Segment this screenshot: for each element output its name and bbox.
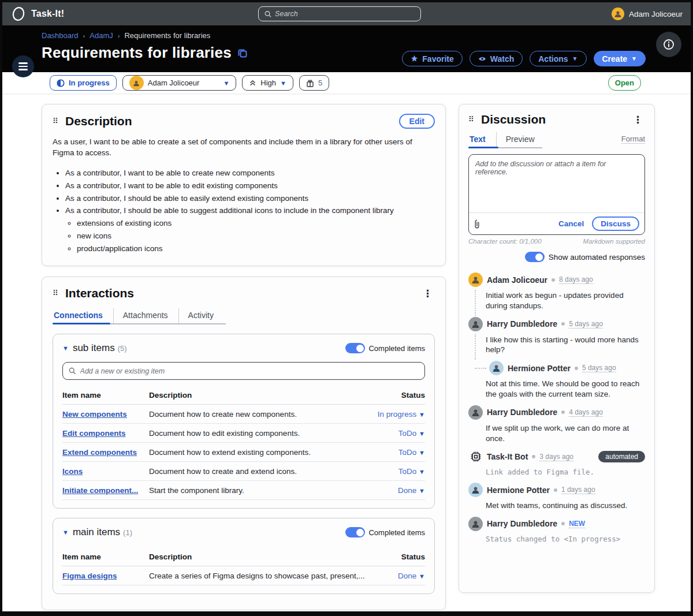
global-search[interactable] — [258, 6, 421, 21]
item-description: Document how to edit existing components… — [149, 429, 360, 438]
description-sub-bullet: new icons — [77, 231, 435, 242]
item-link[interactable]: Figma designs — [62, 572, 117, 580]
actions-label: Actions — [538, 54, 568, 64]
completed-items-toggle[interactable] — [345, 527, 365, 537]
col-description: Description — [149, 391, 360, 400]
comment-reply: Hermione Potter 5 days ago Not at this t… — [468, 356, 645, 401]
menu-button[interactable] — [12, 55, 34, 77]
comment-input[interactable] — [469, 155, 644, 210]
interactions-tabs: Connections Attachments Activity — [53, 308, 435, 324]
search-input[interactable] — [275, 10, 415, 18]
info-button[interactable] — [656, 32, 681, 57]
discuss-button[interactable]: Discuss — [592, 216, 639, 231]
col-status: Status — [360, 552, 425, 561]
discussion-title: Discussion — [481, 113, 546, 126]
info-icon — [663, 39, 675, 50]
star-icon — [411, 55, 418, 62]
description-bullet: As a contributor, I should be able to ea… — [65, 193, 435, 204]
automated-badge: automated — [598, 451, 645, 462]
attachment-icon[interactable] — [474, 219, 480, 229]
edit-button[interactable]: Edit — [399, 114, 435, 129]
drag-handle-icon[interactable]: ⠿ — [468, 117, 475, 122]
description-bullet: As a contributor, I want to be able to c… — [65, 168, 435, 179]
col-item-name: Item name — [62, 552, 149, 561]
item-status-dropdown[interactable]: ToDo ▼ — [360, 429, 425, 438]
item-status-dropdown[interactable]: ToDo ▼ — [360, 467, 425, 476]
comment-body: Met with teams, continuing as discussed. — [486, 501, 645, 511]
item-link[interactable]: New components — [62, 410, 127, 419]
watch-button[interactable]: Watch — [470, 51, 523, 66]
item-status-dropdown[interactable]: Done ▼ — [380, 572, 425, 580]
copy-icon[interactable] — [237, 48, 248, 58]
eye-icon — [478, 55, 486, 62]
item-status-dropdown[interactable]: Done ▼ — [360, 486, 425, 495]
user-menu[interactable]: Adam Jolicoeur — [612, 8, 683, 20]
comment-date[interactable]: 4 days ago — [569, 408, 603, 417]
comment-body: I like how this is starting - would more… — [486, 335, 645, 356]
format-link[interactable]: Format — [621, 135, 645, 144]
comment-date[interactable]: 3 days ago — [539, 453, 573, 461]
user-name: Adam Jolicoeur — [629, 10, 683, 18]
item-description: Document how to create and extend icons. — [149, 467, 360, 476]
points-chip[interactable]: 5 — [299, 75, 329, 91]
comment-author: Harry Dumbledore — [487, 519, 557, 528]
comment-bot: Task-It Bot 3 days ago automated Link ad… — [468, 445, 645, 479]
description-sub-bullet: extensions of existing icons — [77, 218, 435, 229]
page-header: Dashboard › AdamJ › Requirements for lib… — [2, 25, 691, 72]
cancel-button[interactable]: Cancel — [558, 219, 584, 228]
app-logo[interactable]: Task-It! — [12, 6, 64, 21]
item-link[interactable]: Icons — [62, 467, 83, 476]
priority-dropdown[interactable]: High ▼ — [242, 75, 293, 91]
open-state-badge[interactable]: Open — [608, 75, 641, 91]
tab-connections[interactable]: Connections — [53, 308, 113, 324]
drag-handle-icon[interactable]: ⠿ — [53, 118, 59, 124]
create-button[interactable]: Create ▼ — [594, 51, 646, 66]
sub-items-panel: ▼ sub items (5) Completed items — [53, 334, 435, 509]
comment-date[interactable]: 5 days ago — [569, 320, 603, 328]
item-link[interactable]: Initiate component... — [62, 486, 138, 495]
comment-date-new[interactable]: NEW — [569, 520, 585, 528]
avatar — [468, 317, 483, 331]
actions-button[interactable]: Actions ▼ — [530, 51, 586, 66]
comment: Harry Dumbledore 5 days ago I like how t… — [468, 312, 645, 357]
assignee-dropdown[interactable]: Adam Jolicoeur ▼ — [122, 75, 237, 91]
description-sub-bullet: product/application icons — [77, 244, 435, 255]
add-item-input[interactable] — [80, 367, 419, 375]
status-label: In progress — [69, 79, 110, 87]
chevron-down-icon: ▼ — [631, 55, 637, 62]
collapse-icon[interactable]: ▼ — [62, 345, 69, 352]
comment: Hermione Potter 1 days ago Met with team… — [468, 478, 645, 512]
item-link[interactable]: Edit components — [62, 429, 126, 438]
description-bullet: As a contributor, I want to be able to e… — [65, 181, 435, 192]
show-automated-toggle[interactable] — [525, 252, 545, 262]
tab-preview[interactable]: Preview — [496, 132, 545, 148]
breadcrumb-dashboard[interactable]: Dashboard — [42, 31, 79, 40]
comment: Adam Jolicoeur 8 days ago Initial work a… — [468, 268, 645, 312]
comments-list: Adam Jolicoeur 8 days ago Initial work a… — [468, 268, 645, 545]
table-row: Icons Document how to create and extend … — [62, 462, 425, 481]
comment-date[interactable]: 1 days ago — [561, 486, 595, 494]
breadcrumb-adamj[interactable]: AdamJ — [90, 31, 113, 40]
status-chip[interactable]: In progress — [50, 75, 117, 91]
drag-handle-icon[interactable]: ⠿ — [53, 290, 59, 296]
tab-text[interactable]: Text — [468, 132, 496, 148]
favorite-button[interactable]: Favorite — [402, 51, 462, 66]
completed-items-toggle[interactable] — [345, 343, 365, 353]
add-item-search[interactable] — [62, 362, 425, 380]
logo-oval-icon — [12, 6, 25, 21]
kebab-menu-icon[interactable]: ⋮ — [420, 288, 435, 300]
item-status-dropdown[interactable]: In progress ▼ — [360, 410, 425, 419]
collapse-icon[interactable]: ▼ — [62, 529, 69, 536]
kebab-menu-icon[interactable]: ⋮ — [631, 114, 645, 126]
assignee-label: Adam Jolicoeur — [148, 79, 219, 87]
comment-date[interactable]: 8 days ago — [559, 275, 593, 284]
tab-activity[interactable]: Activity — [178, 308, 224, 324]
item-status-dropdown[interactable]: ToDo ▼ — [360, 448, 425, 457]
comment-body: Link added to Figma file. — [486, 468, 645, 477]
tab-attachments[interactable]: Attachments — [113, 308, 178, 324]
avatar — [489, 361, 504, 375]
comment-date[interactable]: 5 days ago — [582, 364, 616, 372]
item-link[interactable]: Extend components — [62, 448, 137, 457]
comment: Harry Dumbledore NEW Status changed to <… — [468, 512, 645, 546]
item-description: Start the component library. — [149, 486, 360, 495]
